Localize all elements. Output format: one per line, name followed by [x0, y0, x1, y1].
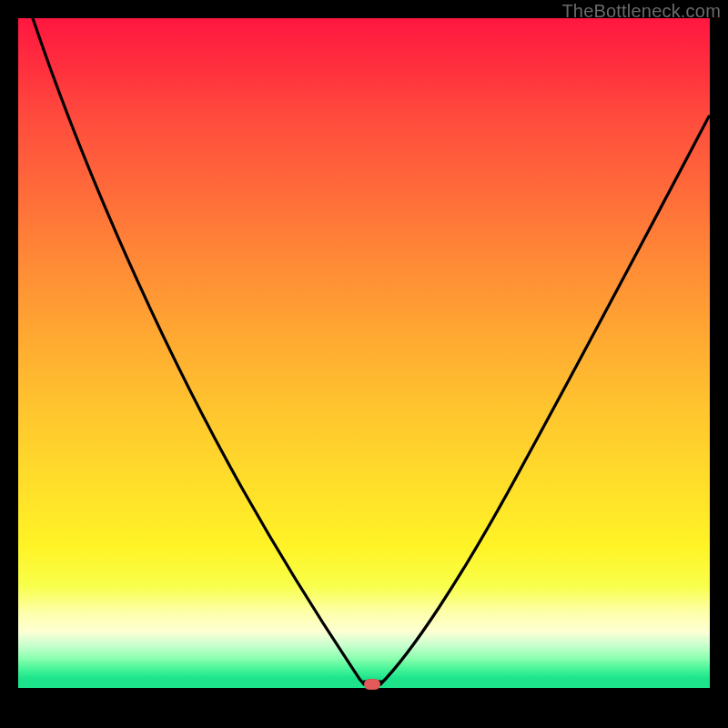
chart-stage: TheBottleneck.com — [0, 0, 728, 728]
heat-gradient-background — [18, 18, 710, 678]
plot-floor — [18, 688, 710, 710]
plot-area — [18, 18, 710, 710]
optimum-marker — [364, 679, 380, 690]
